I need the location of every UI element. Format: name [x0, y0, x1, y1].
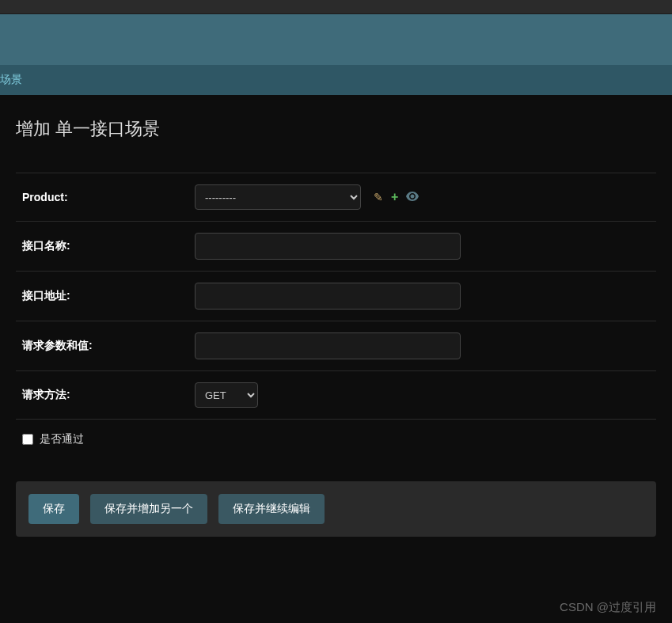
request-params-input[interactable]: [195, 332, 461, 359]
save-add-another-button[interactable]: 保存并增加另一个: [90, 494, 207, 524]
save-button[interactable]: 保存: [28, 494, 79, 524]
content-area: 增加 单一接口场景 Product: --------- ✎ + 接口名称: 接…: [0, 95, 672, 553]
page-title: 增加 单一接口场景: [16, 117, 656, 141]
label-request-params: 请求参数和值:: [22, 339, 195, 353]
save-continue-button[interactable]: 保存并继续编辑: [218, 494, 325, 524]
button-bar: 保存 保存并增加另一个 保存并继续编辑: [16, 481, 656, 537]
window-top-bar: [0, 0, 672, 14]
form-row-product: Product: --------- ✎ +: [16, 173, 656, 222]
label-product: Product:: [22, 191, 195, 203]
edit-icon[interactable]: ✎: [374, 191, 383, 203]
form-row-interface-url: 接口地址:: [16, 272, 656, 321]
header-banner: [0, 14, 672, 65]
label-interface-url: 接口地址:: [22, 289, 195, 303]
label-is-passed: 是否通过: [40, 432, 84, 446]
breadcrumb: 场景: [0, 65, 672, 95]
interface-url-input[interactable]: [195, 283, 461, 310]
watermark: CSDN @过度引用: [560, 600, 656, 615]
add-icon[interactable]: +: [391, 190, 398, 204]
form-row-is-passed: 是否通过: [16, 420, 656, 459]
form-row-request-params: 请求参数和值:: [16, 321, 656, 371]
label-interface-name: 接口名称:: [22, 239, 195, 253]
form-row-request-method: 请求方法: GET: [16, 371, 656, 420]
request-method-select[interactable]: GET: [195, 382, 258, 408]
form-row-interface-name: 接口名称:: [16, 222, 656, 272]
view-icon[interactable]: [406, 191, 419, 203]
product-select[interactable]: ---------: [195, 184, 361, 210]
is-passed-checkbox[interactable]: [22, 434, 33, 445]
label-request-method: 请求方法:: [22, 388, 195, 402]
breadcrumb-link-scene[interactable]: 场景: [0, 73, 22, 85]
interface-name-input[interactable]: [195, 233, 461, 260]
